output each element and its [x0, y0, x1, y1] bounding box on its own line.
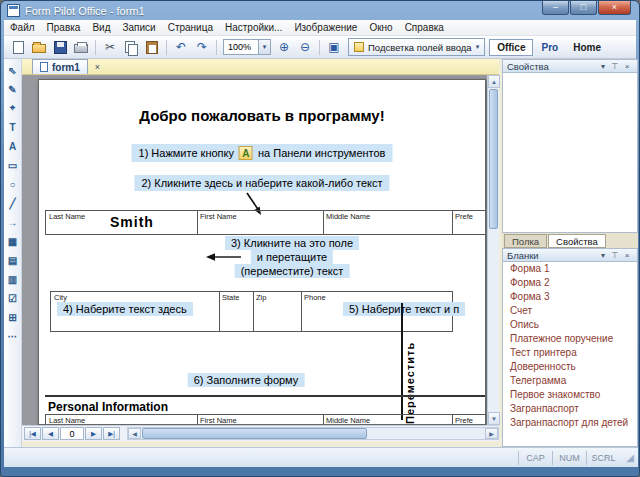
- close-button[interactable]: ×: [598, 1, 631, 15]
- print-button[interactable]: [71, 38, 91, 57]
- column-divider[interactable]: [452, 415, 453, 425]
- scroll-right-arrow[interactable]: ▶: [485, 428, 498, 439]
- hatch-tool-button[interactable]: ▤: [5, 252, 21, 268]
- last-record-button[interactable]: ▶|: [103, 427, 120, 440]
- scroll-left-arrow[interactable]: ◀: [128, 428, 141, 439]
- blank-item-payment-order[interactable]: Платежное поручение: [503, 332, 637, 346]
- previous-record-button[interactable]: ◀: [42, 427, 59, 440]
- panel-close-icon[interactable]: ×: [621, 62, 633, 71]
- table-tool-button[interactable]: ⊞: [5, 309, 21, 325]
- column-divider[interactable]: [301, 292, 302, 331]
- blank-item-inventory[interactable]: Опись: [503, 318, 637, 332]
- field-mode-button[interactable]: ▣: [324, 38, 344, 57]
- grid-tool-button[interactable]: ▦: [5, 233, 21, 249]
- pointer-tool-button[interactable]: ⇖: [5, 62, 21, 78]
- menu-item-file[interactable]: Файл: [4, 20, 41, 35]
- title-bar[interactable]: Form Pilot Office - form1 – □ ×: [1, 1, 639, 20]
- cut-button[interactable]: ✂: [100, 38, 120, 57]
- new-document-button[interactable]: [8, 38, 28, 57]
- column-divider[interactable]: [323, 211, 324, 234]
- text-tool-button[interactable]: T: [5, 119, 21, 135]
- col-header-phone: Phone: [304, 293, 326, 302]
- first-record-button[interactable]: |◀: [24, 427, 41, 440]
- menu-item-settings[interactable]: Настройки...: [219, 20, 288, 35]
- undo-button[interactable]: ↶: [171, 38, 191, 57]
- next-record-button[interactable]: ▶: [85, 427, 102, 440]
- menu-item-edit[interactable]: Правка: [41, 20, 87, 35]
- tab-shelf[interactable]: Полка: [504, 234, 547, 248]
- resize-grip[interactable]: ◢: [620, 452, 638, 463]
- ellipse-tool-button[interactable]: ○: [5, 176, 21, 192]
- copy-button[interactable]: [121, 38, 141, 57]
- panel-pin-icon[interactable]: ⊤: [609, 62, 621, 71]
- blank-item-first-acquaintance[interactable]: Первое знакомство: [503, 388, 637, 402]
- blank-item-telegram[interactable]: Телеграмма: [503, 374, 637, 388]
- menu-item-image[interactable]: Изображение: [288, 20, 363, 35]
- blank-item-power-of-attorney[interactable]: Доверенность: [503, 360, 637, 374]
- menu-item-help[interactable]: Справка: [399, 20, 450, 35]
- panel-menu-icon[interactable]: ▾: [597, 251, 609, 260]
- zoom-out-button[interactable]: ⊖: [295, 38, 315, 57]
- rectangle-tool-button[interactable]: ▭: [5, 157, 21, 173]
- horizontal-scroll-thumb[interactable]: [142, 428, 367, 439]
- scroll-down-arrow[interactable]: ▼: [488, 412, 500, 425]
- zoom-select[interactable]: 100% ▾: [223, 39, 271, 55]
- column-divider[interactable]: [452, 211, 453, 234]
- maximize-button[interactable]: □: [570, 1, 597, 15]
- menu-item-view[interactable]: Вид: [86, 20, 116, 35]
- column-divider[interactable]: [253, 292, 254, 331]
- status-bar: CAP NUM SCRL ◢: [4, 447, 638, 467]
- tab-properties[interactable]: Свойства: [548, 234, 606, 248]
- vertical-scroll-thumb[interactable]: [489, 89, 498, 229]
- open-button[interactable]: [29, 38, 49, 57]
- menu-item-window[interactable]: Окно: [363, 20, 398, 35]
- scroll-up-arrow[interactable]: ▲: [488, 75, 500, 88]
- horizontal-scrollbar[interactable]: ◀ ▶: [127, 427, 499, 440]
- column-divider[interactable]: [197, 415, 198, 425]
- edition-tab-pro[interactable]: Pro: [534, 39, 565, 56]
- personal-information-section: Personal Information Last Name First Nam…: [45, 395, 486, 425]
- panel-pin-icon[interactable]: ⊤: [609, 251, 621, 260]
- picker-tool-button[interactable]: ⌖: [5, 100, 21, 116]
- column-divider[interactable]: [323, 415, 324, 425]
- save-button[interactable]: [50, 38, 70, 57]
- record-number-field[interactable]: 0: [60, 427, 84, 440]
- menu-bar: Файл Правка Вид Записи Страница Настройк…: [4, 20, 636, 36]
- pen-tool-button[interactable]: ✎: [5, 81, 21, 97]
- chevron-down-icon[interactable]: ▾: [258, 40, 270, 54]
- edition-tab-office[interactable]: Office: [489, 39, 533, 56]
- blank-item-invoice[interactable]: Счет: [503, 304, 637, 318]
- panel-menu-icon[interactable]: ▾: [597, 62, 609, 71]
- blank-item-forma1[interactable]: Форма 1: [503, 262, 637, 276]
- vertical-scrollbar[interactable]: ▲ ▼: [487, 75, 499, 425]
- field-icon: ▣: [328, 41, 339, 53]
- blank-item-printer-test[interactable]: Тест принтера: [503, 346, 637, 360]
- column-divider[interactable]: [197, 211, 198, 234]
- document-tab-form1[interactable]: form1: [32, 59, 88, 74]
- drawing-toolbar: ⇖ ✎ ⌖ T A ▭ ○ ╱ → ▦ ▤ ▥ ☑ ⊞ ⋯: [4, 59, 22, 447]
- panel-close-icon[interactable]: ×: [621, 251, 633, 260]
- document-page[interactable]: Добро пожаловать в программу! 1) Нажмите…: [38, 79, 486, 425]
- column-divider[interactable]: [219, 292, 220, 331]
- form-table-personal[interactable]: Last Name First Name Middle Name Prefe: [45, 414, 486, 425]
- menu-item-records[interactable]: Записи: [116, 20, 161, 35]
- blank-item-forma2[interactable]: Форма 2: [503, 276, 637, 290]
- arrow-tool-button[interactable]: →: [5, 214, 21, 230]
- barcode-tool-button[interactable]: ▥: [5, 271, 21, 287]
- checkbox-tool-button[interactable]: ☑: [5, 290, 21, 306]
- paste-button[interactable]: [142, 38, 162, 57]
- blank-item-forma3[interactable]: Форма 3: [503, 290, 637, 304]
- more-tools-button[interactable]: ⋯: [5, 328, 21, 344]
- redo-button[interactable]: ↷: [192, 38, 212, 57]
- menu-item-page[interactable]: Страница: [162, 20, 219, 35]
- form-table-names[interactable]: Last Name First Name Middle Name Prefe S…: [45, 210, 486, 235]
- blank-item-passport[interactable]: Загранпаспорт: [503, 402, 637, 416]
- line-tool-button[interactable]: ╱: [5, 195, 21, 211]
- minimize-button[interactable]: –: [542, 1, 569, 15]
- edition-tab-home[interactable]: Home: [566, 39, 608, 56]
- highlight-fields-button[interactable]: Подсветка полей ввода ▾: [348, 38, 485, 56]
- tab-close-icon[interactable]: ×: [91, 60, 104, 73]
- zoom-in-button[interactable]: ⊕: [274, 38, 294, 57]
- letter-tool-button[interactable]: A: [5, 138, 21, 154]
- blank-item-passport-children[interactable]: Загранпаспорт для детей: [503, 416, 637, 430]
